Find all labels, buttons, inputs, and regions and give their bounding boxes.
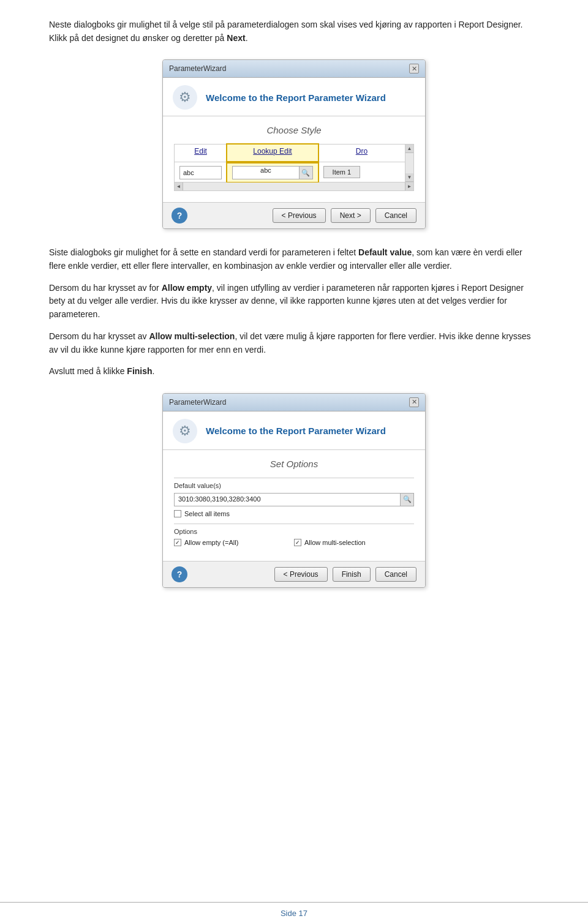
dialog1-header: ⚙ Welcome to the Report Parameter Wizard	[163, 78, 425, 116]
help-button-2[interactable]: ?	[172, 566, 187, 582]
page-number: Side 17	[281, 909, 307, 918]
previous-button-2[interactable]: < Previous	[274, 567, 328, 582]
allow-multi-checkbox[interactable]: ✓	[294, 539, 301, 546]
options-label: Options	[174, 528, 197, 535]
close-icon-2: ✕	[412, 398, 417, 406]
horizontal-scrollbar[interactable]: ◄ ►	[175, 182, 413, 190]
col1-value-cell: abc	[175, 162, 227, 182]
select-all-checkbox[interactable]	[174, 510, 181, 517]
options-col-left: ✓ Allow empty (=All)	[174, 539, 294, 549]
default-value-label: Default value(s)	[174, 482, 221, 489]
finish-button[interactable]: Finish	[333, 567, 371, 582]
col1-value: abc	[183, 169, 194, 176]
intro-paragraph: Neste dialogboks gir mulighet til å velg…	[49, 18, 539, 45]
col2-value-cell: abc 🔍	[227, 162, 318, 182]
col1-input: abc	[179, 166, 222, 179]
allow-multi-row: ✓ Allow multi-selection	[294, 539, 414, 546]
scroll-up-btn[interactable]: ▲	[405, 145, 413, 153]
col2-lookup-container: abc 🔍	[232, 166, 313, 179]
style-selector[interactable]: Edit Lookup Edit Dro	[174, 144, 414, 191]
help-button[interactable]: ?	[172, 208, 187, 223]
select-all-label: Select all items	[184, 510, 230, 517]
mid-bold-2: Allow empty	[162, 283, 212, 293]
dialog1-body: Choose Style Edit Lookup Edit	[163, 116, 425, 202]
dialog2-close-button[interactable]: ✕	[409, 397, 419, 407]
allow-empty-checkbox[interactable]: ✓	[174, 539, 181, 546]
default-value-input-row: 3010:3080,3190,3280:3400 🔍	[174, 493, 414, 506]
h-scroll-track[interactable]	[183, 182, 405, 190]
previous-button-1[interactable]: < Previous	[273, 208, 326, 223]
style-table: Edit Lookup Edit Dro	[175, 145, 405, 182]
middle-paragraph-3: Dersom du har krysset av Allow multi-sel…	[49, 330, 539, 356]
mid-text-3: Dersom du har krysset av	[49, 331, 149, 341]
options-group-label: Options	[174, 524, 414, 535]
middle-paragraph-1: Siste dialogboks gir mulighet for å sett…	[49, 246, 539, 272]
mid-text-4: Avslutt med å klikke	[49, 366, 127, 376]
intro-bold-next: Next	[227, 33, 245, 43]
default-value-input[interactable]: 3010:3080,3190,3280:3400	[174, 493, 401, 506]
dialog2-body: Set Options Default value(s) 3010:3080,3…	[163, 450, 425, 561]
col2-value: abc	[260, 167, 271, 174]
dialog2-screenshot: ParameterWizard ✕ ⚙ Welcome to the Repor…	[162, 393, 426, 588]
col3-value: Item 1	[333, 168, 352, 176]
mid-text-4b: .	[153, 366, 155, 376]
wizard-icon: ⚙	[173, 85, 197, 110]
dialog2-titlebar: ParameterWizard ✕	[163, 394, 425, 411]
col2-header: Lookup Edit	[227, 145, 318, 162]
col1-header: Edit	[175, 145, 227, 162]
wizard-icon-2: ⚙	[173, 419, 197, 443]
scroll-down-btn[interactable]: ▼	[405, 173, 413, 182]
mid-bold-3: Allow multi-selection	[149, 331, 235, 341]
allow-multi-label: Allow multi-selection	[304, 539, 366, 546]
default-value-group-label: Default value(s)	[174, 478, 414, 489]
close-icon: ✕	[412, 65, 417, 73]
vertical-scrollbar[interactable]: ▲ ▼	[405, 145, 413, 182]
scroll-right-btn[interactable]: ►	[405, 182, 413, 190]
mid-bold-1: Default value	[358, 247, 412, 257]
style-content: Edit Lookup Edit Dro	[175, 145, 405, 182]
default-value-text: 3010:3080,3190,3280:3400	[178, 495, 261, 503]
col3-value-cell: Item 1	[318, 162, 405, 182]
default-value-section: Default value(s) 3010:3080,3190,3280:340…	[174, 478, 414, 517]
cancel-button-1[interactable]: Cancel	[375, 208, 417, 223]
dialog1-titlebar: ParameterWizard ✕	[163, 60, 425, 78]
intro-text-2: .	[246, 33, 248, 43]
dialog1-header-title: Welcome to the Report Parameter Wizard	[206, 92, 386, 103]
dialog2-section-title: Set Options	[174, 459, 414, 469]
col1-label: Edit	[179, 147, 222, 156]
mid-text-1: Siste dialogboks gir mulighet for å sett…	[49, 247, 358, 257]
middle-paragraph-2: Dersom du har krysset av for Allow empty…	[49, 282, 539, 321]
allow-empty-label: Allow empty (=All)	[184, 539, 238, 546]
default-value-search-btn[interactable]: 🔍	[401, 493, 414, 506]
col3-label: Dro	[323, 147, 400, 156]
dialog1-title: ParameterWizard	[169, 64, 226, 73]
dialog2-title: ParameterWizard	[169, 398, 226, 407]
style-value-row: abc abc 🔍	[175, 162, 405, 182]
options-col-right: ✓ Allow multi-selection	[294, 539, 414, 549]
style-scroll-container: Edit Lookup Edit Dro	[175, 145, 413, 182]
style-header-row: Edit Lookup Edit Dro	[175, 145, 405, 162]
col3-header: Dro	[318, 145, 405, 162]
dialog1-footer: ? < Previous Next > Cancel	[163, 202, 425, 228]
options-two-col: ✓ Allow empty (=All) ✓ Allow multi-selec…	[174, 539, 414, 549]
dialog1-close-button[interactable]: ✕	[409, 64, 419, 73]
col2-label: Lookup Edit	[232, 147, 313, 156]
allow-empty-row: ✓ Allow empty (=All)	[174, 539, 294, 546]
middle-paragraph-4: Avslutt med å klikke Finish.	[49, 365, 539, 378]
page-footer: Side 17	[0, 902, 588, 924]
dialog1-section-title: Choose Style	[174, 125, 414, 135]
scroll-left-btn[interactable]: ◄	[175, 182, 183, 190]
dialog1-screenshot: ParameterWizard ✕ ⚙ Welcome to the Repor…	[162, 59, 426, 229]
mid-bold-4: Finish	[127, 366, 152, 376]
dialog2-header-title: Welcome to the Report Parameter Wizard	[206, 426, 386, 436]
scroll-track[interactable]	[405, 153, 413, 173]
mid-text-2: Dersom du har krysset av for	[49, 283, 162, 293]
select-all-row: Select all items	[174, 510, 414, 517]
lookup-search-btn[interactable]: 🔍	[300, 166, 313, 179]
col3-dropdown[interactable]: Item 1	[323, 166, 360, 178]
dialog2-footer: ? < Previous Finish Cancel	[163, 561, 425, 587]
col2-input-field: abc	[232, 166, 300, 179]
cancel-button-2[interactable]: Cancel	[375, 567, 417, 582]
next-button-1[interactable]: Next >	[331, 208, 371, 223]
dialog2-header: ⚙ Welcome to the Report Parameter Wizard	[163, 411, 425, 450]
